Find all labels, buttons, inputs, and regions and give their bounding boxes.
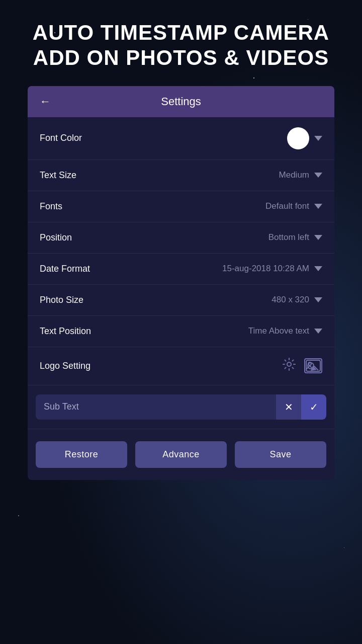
font-color-row[interactable]: Font Color [28, 117, 334, 160]
text-position-value: Time Above text [248, 326, 309, 336]
fonts-dropdown[interactable] [314, 204, 322, 209]
date-format-dropdown[interactable] [314, 266, 322, 271]
date-format-row[interactable]: Date Format 15-aug-2018 10:28 AM [28, 254, 334, 285]
settings-title: Settings [57, 95, 305, 108]
fonts-row[interactable]: Fonts Default font [28, 191, 334, 222]
subtext-confirm-button[interactable]: ✓ [301, 394, 326, 420]
svg-point-0 [287, 362, 291, 366]
save-button[interactable]: Save [235, 441, 326, 468]
font-color-label: Font Color [40, 133, 287, 143]
settings-body: Font Color Text Size Medium Fonts Defaul… [28, 117, 334, 480]
subtext-row: ✕ ✓ [28, 385, 334, 429]
restore-button[interactable]: Restore [36, 441, 127, 468]
date-format-value: 15-aug-2018 10:28 AM [222, 264, 309, 274]
advance-button[interactable]: Advance [135, 441, 227, 468]
position-value: Bottom left [268, 232, 309, 243]
text-position-row[interactable]: Text Position Time Above text [28, 316, 334, 347]
text-size-dropdown[interactable] [314, 173, 322, 178]
gear-icon[interactable] [282, 357, 296, 375]
text-position-label: Text Position [40, 326, 248, 337]
text-size-value: Medium [279, 170, 309, 180]
settings-header: ← Settings [28, 86, 334, 117]
subtext-clear-button[interactable]: ✕ [276, 394, 301, 420]
photo-size-row[interactable]: Photo Size 480 x 320 [28, 285, 334, 316]
photo-size-dropdown[interactable] [314, 297, 322, 302]
date-format-label: Date Format [40, 264, 222, 274]
subtext-container: ✕ ✓ [36, 394, 326, 420]
position-label: Position [40, 232, 268, 243]
photo-size-value: 480 x 320 [272, 295, 309, 305]
fonts-value: Default font [265, 201, 309, 211]
photo-size-label: Photo Size [40, 295, 272, 305]
logo-setting-row: Logo Setting [28, 347, 334, 385]
bottom-buttons: Restore Advance Save [28, 429, 334, 480]
position-row[interactable]: Position Bottom left [28, 222, 334, 254]
fonts-label: Fonts [40, 201, 265, 212]
app-title: AUTO TIMESTAMP CAMERA ADD ON PHOTOS & VI… [13, 20, 349, 71]
font-color-circle[interactable] [287, 127, 309, 149]
text-size-row[interactable]: Text Size Medium [28, 160, 334, 191]
svg-point-2 [308, 362, 311, 365]
image-icon[interactable] [304, 358, 322, 373]
font-color-dropdown[interactable] [314, 136, 322, 141]
back-button[interactable]: ← [40, 95, 51, 108]
settings-card: ← Settings Font Color Text Size Medium F… [28, 86, 334, 480]
position-dropdown[interactable] [314, 235, 322, 240]
text-size-label: Text Size [40, 170, 279, 181]
subtext-input[interactable] [36, 394, 276, 419]
logo-setting-label: Logo Setting [40, 361, 282, 371]
text-position-dropdown[interactable] [314, 329, 322, 334]
